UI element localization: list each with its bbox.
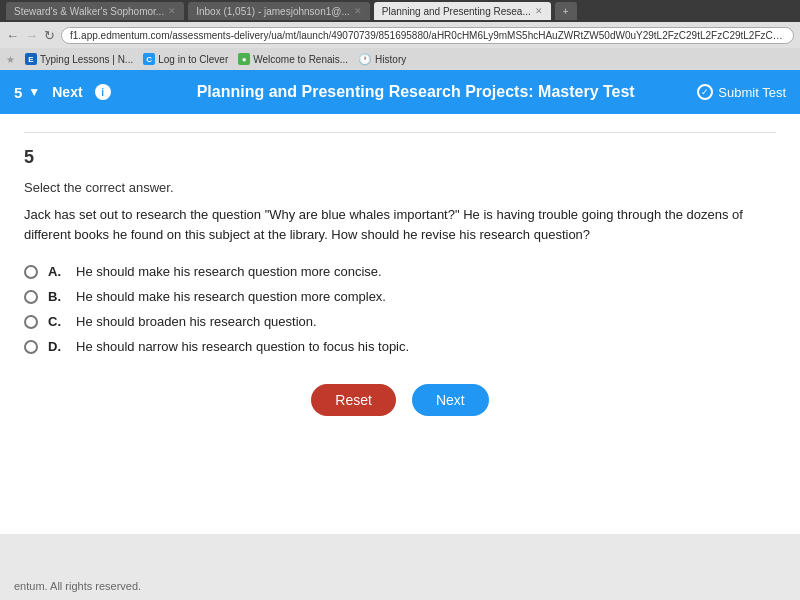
tab-1-close[interactable]: ✕ <box>168 6 176 16</box>
bookmark-typing-icon: E <box>25 53 37 65</box>
radio-d[interactable] <box>24 340 38 354</box>
bookmark-clever-label: Log in to Clever <box>158 54 228 65</box>
tab-3-close[interactable]: ✕ <box>535 6 543 16</box>
address-bar-row: ← → ↻ f1.app.edmentum.com/assessments-de… <box>0 22 800 48</box>
option-d-label: D. <box>48 339 66 354</box>
tab-2-label: Inbox (1,051) - jamesjohnson1@... <box>196 6 350 17</box>
option-a-label: A. <box>48 264 66 279</box>
nav-chevron-icon[interactable]: ▼ <box>28 85 40 99</box>
bookmark-renais-label: Welcome to Renais... <box>253 54 348 65</box>
bookmark-renais-icon: ● <box>238 53 250 65</box>
tab-3-label: Planning and Presenting Resea... <box>382 6 531 17</box>
option-b-text: He should make his research question mor… <box>76 289 386 304</box>
radio-b[interactable] <box>24 290 38 304</box>
bookmarks-bar: ★ E Typing Lessons | N... C Log in to Cl… <box>0 48 800 70</box>
question-text: Jack has set out to research the questio… <box>24 205 776 244</box>
submit-test-label: Submit Test <box>718 85 786 100</box>
reset-button[interactable]: Reset <box>311 384 396 416</box>
tab-2-close[interactable]: ✕ <box>354 6 362 16</box>
option-c-label: C. <box>48 314 66 329</box>
instruction-text: Select the correct answer. <box>24 180 776 195</box>
nav-number: 5 <box>14 84 22 101</box>
bookmark-typing-label: Typing Lessons | N... <box>40 54 133 65</box>
bookmark-history-label: History <box>375 54 406 65</box>
info-icon[interactable]: i <box>95 84 111 100</box>
footer: entum. All rights reserved. <box>0 572 800 600</box>
tab-new-icon: + <box>563 6 569 17</box>
app-header: 5 ▼ Next i Planning and Presenting Resea… <box>0 70 800 114</box>
radio-a[interactable] <box>24 265 38 279</box>
question-number: 5 <box>24 147 776 168</box>
tab-1-label: Steward's & Walker's Sophomor... <box>14 6 164 17</box>
page-title: Planning and Presenting Research Project… <box>144 83 687 101</box>
nav-left: 5 ▼ Next i <box>14 82 134 102</box>
bookmark-clever[interactable]: C Log in to Clever <box>143 53 228 65</box>
option-c[interactable]: C. He should broaden his research questi… <box>24 314 776 329</box>
option-d[interactable]: D. He should narrow his research questio… <box>24 339 776 354</box>
option-b[interactable]: B. He should make his research question … <box>24 289 776 304</box>
refresh-icon[interactable]: ↻ <box>44 28 55 43</box>
browser-chrome: Steward's & Walker's Sophomor... ✕ Inbox… <box>0 0 800 22</box>
buttons-row: Reset Next <box>24 384 776 416</box>
forward-icon[interactable]: → <box>25 28 38 43</box>
bookmarks-label: ★ <box>6 54 15 65</box>
options-list: A. He should make his research question … <box>24 264 776 354</box>
option-a[interactable]: A. He should make his research question … <box>24 264 776 279</box>
address-input[interactable]: f1.app.edmentum.com/assessments-delivery… <box>61 27 794 44</box>
bookmark-renais[interactable]: ● Welcome to Renais... <box>238 53 348 65</box>
bookmark-history[interactable]: 🕐 History <box>358 53 406 66</box>
bookmark-typing[interactable]: E Typing Lessons | N... <box>25 53 133 65</box>
option-d-text: He should narrow his research question t… <box>76 339 409 354</box>
check-circle-icon: ✓ <box>697 84 713 100</box>
submit-test-button[interactable]: ✓ Submit Test <box>697 84 786 100</box>
back-icon[interactable]: ← <box>6 28 19 43</box>
option-a-text: He should make his research question mor… <box>76 264 382 279</box>
option-c-text: He should broaden his research question. <box>76 314 317 329</box>
next-button-header[interactable]: Next <box>46 82 88 102</box>
tab-3-active[interactable]: Planning and Presenting Resea... ✕ <box>374 2 551 20</box>
tab-1[interactable]: Steward's & Walker's Sophomor... ✕ <box>6 2 184 20</box>
radio-c[interactable] <box>24 315 38 329</box>
main-content: 5 Select the correct answer. Jack has se… <box>0 114 800 534</box>
divider <box>24 132 776 133</box>
tab-2[interactable]: Inbox (1,051) - jamesjohnson1@... ✕ <box>188 2 370 20</box>
footer-text: entum. All rights reserved. <box>14 580 141 592</box>
tab-new[interactable]: + <box>555 2 577 20</box>
history-clock-icon: 🕐 <box>358 53 372 66</box>
next-button[interactable]: Next <box>412 384 489 416</box>
option-b-label: B. <box>48 289 66 304</box>
bookmark-clever-icon: C <box>143 53 155 65</box>
